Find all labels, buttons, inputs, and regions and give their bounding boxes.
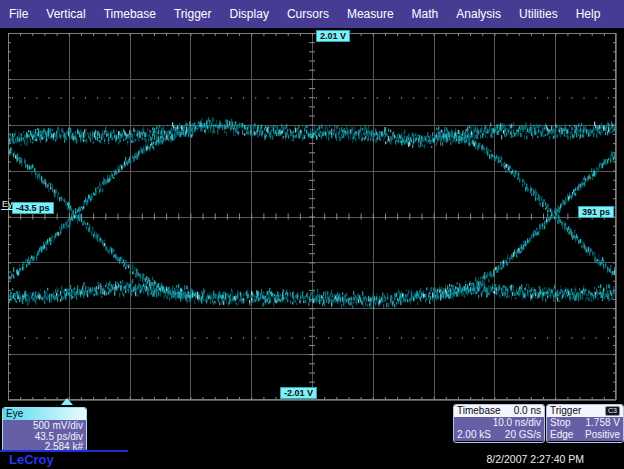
menu-item-utilities[interactable]: Utilities — [510, 7, 567, 21]
trigger-type: Edge — [550, 429, 573, 441]
right-time-readout: 391 ps — [578, 206, 614, 218]
trigger-descriptor-box[interactable]: Trigger C3 Stop 1.758 V Edge Positive — [546, 404, 624, 443]
menu-item-vertical[interactable]: Vertical — [37, 7, 94, 21]
menu-item-cursors[interactable]: Cursors — [278, 7, 338, 21]
menu-item-file[interactable]: File — [0, 7, 37, 21]
timebase-descriptor-box[interactable]: Timebase 0.0 ns 10.0 ns/div 2.00 kS 20 G… — [453, 404, 545, 443]
trigger-level: 1.758 V — [586, 417, 620, 429]
menu-item-analysis[interactable]: Analysis — [447, 7, 510, 21]
trigger-box-title: Trigger — [550, 405, 581, 417]
eye-box-value-line: 500 mV/div — [3, 421, 83, 432]
timebase-box-title: Timebase — [457, 405, 501, 417]
menu-item-timebase[interactable]: Timebase — [95, 7, 165, 21]
eye-descriptor-box[interactable]: Eye 500 mV/div43.5 ps/div2.584 k# — [2, 407, 87, 452]
menu-item-trigger[interactable]: Trigger — [165, 7, 221, 21]
trigger-position-marker[interactable] — [61, 398, 73, 405]
timebase-record-length: 2.00 kS — [457, 429, 491, 441]
menu-item-math[interactable]: Math — [403, 7, 448, 21]
datetime-readout: 8/2/2007 2:27:40 PM — [487, 453, 585, 465]
lecroy-logo: LeCroy — [9, 452, 54, 467]
trigger-slope: Positive — [585, 429, 620, 441]
menu-item-display[interactable]: Display — [221, 7, 278, 21]
timebase-per-div: 10.0 ns/div — [493, 417, 541, 429]
oscilloscope-screen: FileVerticalTimebaseTriggerDisplayCursor… — [0, 0, 624, 469]
top-voltage-readout: 2.01 V — [316, 30, 350, 42]
left-time-readout: -43.5 ps — [12, 202, 54, 214]
trigger-source-badge: C3 — [605, 406, 620, 416]
bottom-voltage-readout: -2.01 V — [280, 387, 317, 399]
menu-bar: FileVerticalTimebaseTriggerDisplayCursor… — [0, 0, 624, 29]
timebase-sample-rate: 20 GS/s — [505, 429, 541, 441]
eye-trace-label: Ey — [1, 200, 14, 210]
menu-item-help[interactable]: Help — [567, 7, 610, 21]
trigger-mode: Stop — [550, 417, 571, 429]
eye-box-title: Eye — [6, 408, 23, 420]
menu-item-measure[interactable]: Measure — [338, 7, 403, 21]
timebase-delay-value: 0.0 ns — [514, 405, 541, 417]
